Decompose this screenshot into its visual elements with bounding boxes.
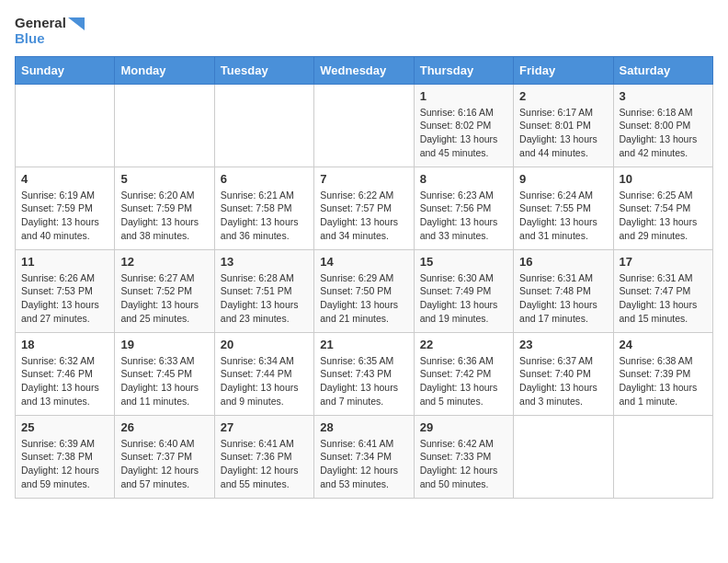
calendar-cell: 8Sunrise: 6:23 AMSunset: 7:56 PMDaylight… xyxy=(414,167,513,249)
day-number: 21 xyxy=(320,338,407,351)
day-info: Sunrise: 6:40 AMSunset: 7:37 PMDaylight:… xyxy=(120,437,208,491)
day-number: 12 xyxy=(120,255,208,269)
calendar-cell: 23Sunrise: 6:37 AMSunset: 7:40 PMDayligh… xyxy=(514,332,613,415)
day-number: 25 xyxy=(21,420,108,434)
calendar-cell: 19Sunrise: 6:33 AMSunset: 7:45 PMDayligh… xyxy=(115,332,214,415)
day-info: Sunrise: 6:33 AMSunset: 7:45 PMDaylight:… xyxy=(120,354,208,408)
day-info: Sunrise: 6:32 AMSunset: 7:46 PMDaylight:… xyxy=(21,354,108,408)
day-number: 7 xyxy=(320,172,407,186)
calendar-cell: 18Sunrise: 6:32 AMSunset: 7:46 PMDayligh… xyxy=(16,332,115,415)
calendar-header-row: SundayMondayTuesdayWednesdayThursdayFrid… xyxy=(16,56,713,84)
calendar-header-wednesday: Wednesday xyxy=(314,56,414,84)
calendar-cell: 28Sunrise: 6:41 AMSunset: 7:34 PMDayligh… xyxy=(314,415,414,498)
day-info: Sunrise: 6:18 AMSunset: 8:00 PMDaylight:… xyxy=(620,106,707,160)
day-number: 13 xyxy=(221,255,308,269)
day-info: Sunrise: 6:34 AMSunset: 7:44 PMDaylight:… xyxy=(221,354,308,408)
calendar-cell: 1Sunrise: 6:16 AMSunset: 8:02 PMDaylight… xyxy=(414,84,513,167)
logo: General Blue xyxy=(15,15,85,47)
day-info: Sunrise: 6:29 AMSunset: 7:50 PMDaylight:… xyxy=(320,271,407,326)
header: General Blue xyxy=(15,15,713,47)
day-number: 1 xyxy=(420,89,507,103)
day-number: 18 xyxy=(21,338,108,351)
day-info: Sunrise: 6:19 AMSunset: 7:59 PMDaylight:… xyxy=(21,189,108,243)
calendar-cell: 16Sunrise: 6:31 AMSunset: 7:48 PMDayligh… xyxy=(514,249,613,332)
calendar-cell: 27Sunrise: 6:41 AMSunset: 7:36 PMDayligh… xyxy=(214,415,313,498)
calendar-header-sunday: Sunday xyxy=(16,56,115,84)
day-number: 24 xyxy=(620,338,707,351)
day-number: 4 xyxy=(21,172,108,186)
calendar-cell: 12Sunrise: 6:27 AMSunset: 7:52 PMDayligh… xyxy=(115,249,214,332)
calendar-cell: 26Sunrise: 6:40 AMSunset: 7:37 PMDayligh… xyxy=(115,415,214,498)
calendar-cell: 2Sunrise: 6:17 AMSunset: 8:01 PMDaylight… xyxy=(514,84,613,167)
calendar-cell: 9Sunrise: 6:24 AMSunset: 7:55 PMDaylight… xyxy=(514,167,613,249)
day-number: 27 xyxy=(221,420,308,434)
day-number: 20 xyxy=(221,338,308,351)
day-number: 19 xyxy=(120,338,208,351)
calendar-cell: 7Sunrise: 6:22 AMSunset: 7:57 PMDaylight… xyxy=(314,167,414,249)
calendar-cell: 14Sunrise: 6:29 AMSunset: 7:50 PMDayligh… xyxy=(314,249,414,332)
logo-blue: Blue xyxy=(15,30,85,46)
day-number: 9 xyxy=(519,172,607,186)
calendar-header-monday: Monday xyxy=(115,56,214,84)
calendar-cell: 3Sunrise: 6:18 AMSunset: 8:00 PMDaylight… xyxy=(613,84,712,167)
calendar-cell: 15Sunrise: 6:30 AMSunset: 7:49 PMDayligh… xyxy=(414,249,513,332)
day-info: Sunrise: 6:35 AMSunset: 7:43 PMDaylight:… xyxy=(320,354,407,408)
calendar-cell xyxy=(214,84,313,167)
day-number: 22 xyxy=(420,338,507,351)
day-info: Sunrise: 6:41 AMSunset: 7:36 PMDaylight:… xyxy=(221,437,308,491)
calendar-cell: 11Sunrise: 6:26 AMSunset: 7:53 PMDayligh… xyxy=(16,249,115,332)
calendar-table: SundayMondayTuesdayWednesdayThursdayFrid… xyxy=(15,56,713,499)
logo-general: General xyxy=(15,15,85,30)
day-info: Sunrise: 6:42 AMSunset: 7:33 PMDaylight:… xyxy=(420,437,507,491)
calendar-cell: 17Sunrise: 6:31 AMSunset: 7:47 PMDayligh… xyxy=(613,249,712,332)
calendar-cell: 24Sunrise: 6:38 AMSunset: 7:39 PMDayligh… xyxy=(613,332,712,415)
calendar-cell: 29Sunrise: 6:42 AMSunset: 7:33 PMDayligh… xyxy=(414,415,513,498)
day-number: 10 xyxy=(620,172,707,186)
day-info: Sunrise: 6:23 AMSunset: 7:56 PMDaylight:… xyxy=(420,189,507,243)
calendar-cell: 21Sunrise: 6:35 AMSunset: 7:43 PMDayligh… xyxy=(314,332,414,415)
calendar-cell: 4Sunrise: 6:19 AMSunset: 7:59 PMDaylight… xyxy=(16,167,115,249)
day-number: 14 xyxy=(320,255,407,269)
day-number: 16 xyxy=(519,255,607,269)
day-info: Sunrise: 6:25 AMSunset: 7:54 PMDaylight:… xyxy=(620,189,707,243)
day-info: Sunrise: 6:17 AMSunset: 8:01 PMDaylight:… xyxy=(519,106,607,160)
day-info: Sunrise: 6:28 AMSunset: 7:51 PMDaylight:… xyxy=(221,271,308,326)
calendar-week-row: 18Sunrise: 6:32 AMSunset: 7:46 PMDayligh… xyxy=(16,332,713,415)
day-number: 2 xyxy=(519,89,607,103)
calendar-cell: 13Sunrise: 6:28 AMSunset: 7:51 PMDayligh… xyxy=(214,249,313,332)
day-info: Sunrise: 6:22 AMSunset: 7:57 PMDaylight:… xyxy=(320,189,407,243)
day-number: 17 xyxy=(620,255,707,269)
day-info: Sunrise: 6:20 AMSunset: 7:59 PMDaylight:… xyxy=(120,189,208,243)
day-info: Sunrise: 6:41 AMSunset: 7:34 PMDaylight:… xyxy=(320,437,407,491)
day-number: 26 xyxy=(120,420,208,434)
day-info: Sunrise: 6:31 AMSunset: 7:48 PMDaylight:… xyxy=(519,271,607,326)
day-info: Sunrise: 6:30 AMSunset: 7:49 PMDaylight:… xyxy=(420,271,507,326)
day-number: 6 xyxy=(221,172,308,186)
day-info: Sunrise: 6:39 AMSunset: 7:38 PMDaylight:… xyxy=(21,437,108,491)
calendar-week-row: 4Sunrise: 6:19 AMSunset: 7:59 PMDaylight… xyxy=(16,167,713,249)
calendar-cell: 6Sunrise: 6:21 AMSunset: 7:58 PMDaylight… xyxy=(214,167,313,249)
day-number: 29 xyxy=(420,420,507,434)
day-number: 11 xyxy=(21,255,108,269)
calendar-header-friday: Friday xyxy=(514,56,613,84)
day-info: Sunrise: 6:24 AMSunset: 7:55 PMDaylight:… xyxy=(519,189,607,243)
day-number: 8 xyxy=(420,172,507,186)
calendar-header-saturday: Saturday xyxy=(613,56,712,84)
day-info: Sunrise: 6:37 AMSunset: 7:40 PMDaylight:… xyxy=(519,354,607,408)
day-number: 15 xyxy=(420,255,507,269)
day-number: 23 xyxy=(519,338,607,351)
day-info: Sunrise: 6:16 AMSunset: 8:02 PMDaylight:… xyxy=(420,106,507,160)
day-number: 28 xyxy=(320,420,407,434)
calendar-header-thursday: Thursday xyxy=(414,56,513,84)
calendar-cell xyxy=(314,84,414,167)
day-info: Sunrise: 6:36 AMSunset: 7:42 PMDaylight:… xyxy=(420,354,507,408)
calendar-cell: 22Sunrise: 6:36 AMSunset: 7:42 PMDayligh… xyxy=(414,332,513,415)
calendar-cell xyxy=(613,415,712,498)
calendar-cell: 5Sunrise: 6:20 AMSunset: 7:59 PMDaylight… xyxy=(115,167,214,249)
calendar-header-tuesday: Tuesday xyxy=(214,56,313,84)
calendar-cell: 10Sunrise: 6:25 AMSunset: 7:54 PMDayligh… xyxy=(613,167,712,249)
calendar-week-row: 11Sunrise: 6:26 AMSunset: 7:53 PMDayligh… xyxy=(16,249,713,332)
calendar-week-row: 1Sunrise: 6:16 AMSunset: 8:02 PMDaylight… xyxy=(16,84,713,167)
day-info: Sunrise: 6:38 AMSunset: 7:39 PMDaylight:… xyxy=(620,354,707,408)
calendar-week-row: 25Sunrise: 6:39 AMSunset: 7:38 PMDayligh… xyxy=(16,415,713,498)
